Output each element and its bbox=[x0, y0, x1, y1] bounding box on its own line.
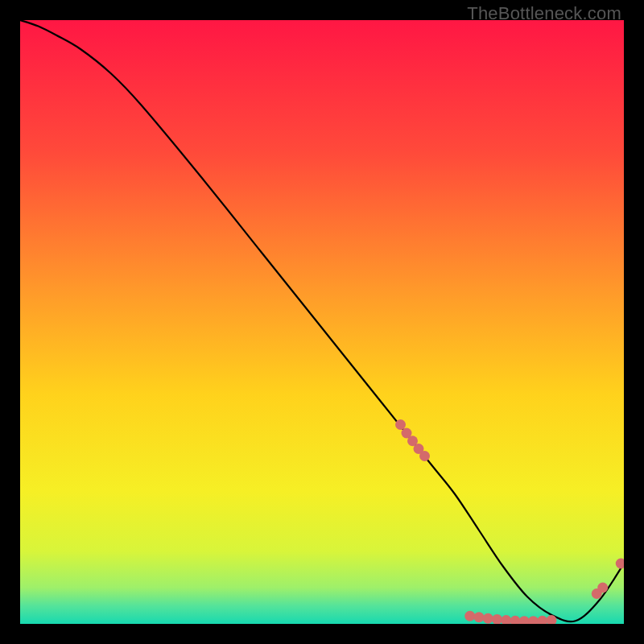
data-dot bbox=[395, 419, 406, 430]
bottleneck-chart bbox=[20, 20, 624, 624]
data-dot bbox=[474, 612, 485, 622]
data-dot bbox=[419, 451, 430, 461]
data-dot bbox=[464, 611, 475, 621]
chart-frame: TheBottleneck.com bbox=[0, 0, 644, 644]
data-dot bbox=[597, 583, 608, 593]
chart-background bbox=[20, 20, 624, 624]
watermark-label: TheBottleneck.com bbox=[467, 3, 621, 24]
data-dot bbox=[483, 613, 493, 624]
